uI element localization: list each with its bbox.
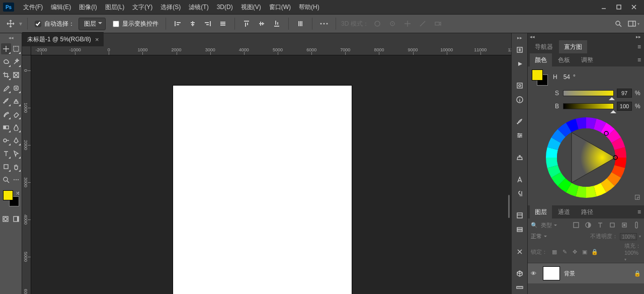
filter-shape-icon[interactable]	[608, 220, 617, 230]
menu-view[interactable]: 视图(V)	[237, 1, 265, 14]
menu-file[interactable]: 文件(F)	[19, 1, 47, 14]
properties-panel-icon[interactable]	[513, 79, 526, 92]
dodge-tool[interactable]	[1, 135, 11, 146]
libraries-panel-icon[interactable]	[513, 209, 526, 222]
screen-mode-icon[interactable]	[11, 213, 21, 225]
auto-select-checkbox[interactable]: 自动选择：	[33, 20, 76, 28]
search-icon[interactable]	[612, 17, 625, 30]
lock-pixels-icon[interactable]: ▩	[550, 249, 558, 255]
horizontal-ruler[interactable]: -2000-1000010002000300040005000600070008…	[31, 46, 511, 55]
hue-value[interactable]: 54	[564, 74, 570, 81]
blend-mode-dropdown[interactable]: 正常	[531, 233, 547, 240]
layer-filter-type-dropdown[interactable]: 类型	[541, 222, 557, 229]
toolbox-collapse-toggle[interactable]: ◂◂	[0, 35, 22, 42]
navigator-panel-menu-icon[interactable]: ≡	[637, 43, 641, 50]
vertical-ruler[interactable]: 0100020003000400050006000	[22, 55, 31, 294]
canvas-viewport[interactable]: -2000-1000010002000300040005000600070008…	[22, 46, 511, 294]
color-panel-swatches[interactable]	[532, 69, 548, 85]
character-panel-icon[interactable]	[513, 173, 526, 186]
hand-tool[interactable]	[11, 161, 21, 172]
distribute-v-icon[interactable]	[294, 17, 307, 30]
filter-type-icon[interactable]	[596, 220, 605, 230]
crop-tool[interactable]	[1, 69, 11, 81]
tool-presets-panel-icon[interactable]	[513, 245, 526, 258]
color-panel-menu-icon[interactable]: ≡	[637, 56, 641, 63]
opacity-value[interactable]: 100%	[620, 233, 637, 240]
panel-strip-expand-icon[interactable]: ▸▸	[517, 35, 522, 42]
align-hcenter-icon[interactable]	[186, 17, 199, 30]
clone-stamp-tool[interactable]	[11, 96, 21, 107]
layer-name[interactable]: 背景	[564, 270, 575, 277]
scrollbar-thumb[interactable]	[508, 195, 510, 218]
align-top-icon[interactable]	[240, 17, 253, 30]
path-selection-tool[interactable]	[11, 148, 21, 159]
paragraph-panel-icon[interactable]	[513, 187, 526, 200]
filter-toggle-icon[interactable]	[632, 220, 641, 230]
menu-filter[interactable]: 滤镜(T)	[185, 1, 212, 14]
align-left-icon[interactable]	[171, 17, 184, 30]
shape-tool[interactable]	[1, 161, 11, 172]
color-tab[interactable]: 颜色	[530, 53, 552, 67]
saturation-value[interactable]: 97	[617, 89, 632, 98]
panel-fg-swatch[interactable]	[532, 69, 543, 81]
menu-edit[interactable]: 编辑(E)	[47, 1, 75, 14]
saturation-slider[interactable]	[563, 90, 614, 96]
panel-dock-expand-icon[interactable]: ◂◂▸▸	[528, 33, 644, 40]
auto-select-target-dropdown[interactable]: 图层	[78, 18, 106, 30]
lock-all-icon[interactable]: 🔒	[591, 249, 599, 255]
ruler-origin[interactable]	[22, 46, 31, 55]
edit-toolbar-icon[interactable]	[11, 174, 21, 185]
layer-thumbnail[interactable]	[543, 266, 560, 280]
move-tool[interactable]	[1, 43, 11, 54]
layer-item-background[interactable]: 👁 背景 🔒	[528, 263, 644, 283]
histogram-tab[interactable]: 直方图	[559, 40, 587, 54]
eraser-tool[interactable]	[11, 109, 21, 120]
align-vcenter-icon[interactable]	[255, 17, 268, 30]
menu-select[interactable]: 选择(S)	[156, 1, 185, 14]
frame-tool[interactable]	[11, 69, 21, 81]
workspace-switcher-icon[interactable]: ▾	[627, 17, 640, 30]
window-minimize-button[interactable]	[597, 2, 611, 12]
measurement-panel-icon[interactable]	[513, 281, 526, 294]
gradient-tool[interactable]	[1, 122, 11, 133]
type-tool[interactable]	[1, 148, 11, 159]
actions-panel-icon[interactable]	[513, 57, 526, 70]
brushes-panel-icon[interactable]	[513, 115, 526, 128]
lock-brush-icon[interactable]: ✎	[560, 249, 569, 255]
lock-position-icon[interactable]: ✥	[571, 249, 579, 255]
blur-tool[interactable]	[11, 122, 21, 133]
layers-tab[interactable]: 图层	[530, 205, 552, 219]
healing-brush-tool[interactable]	[11, 83, 21, 94]
color-panel-popout-icon[interactable]: ◲	[634, 193, 640, 200]
swatches-tab[interactable]: 色板	[553, 53, 575, 67]
brightness-slider[interactable]	[563, 103, 614, 109]
window-close-button[interactable]	[627, 2, 641, 12]
brightness-value[interactable]: 100	[617, 102, 632, 111]
3d-panel-icon[interactable]	[513, 267, 526, 280]
layer-visibility-icon[interactable]: 👁	[531, 270, 539, 276]
align-bottom-icon[interactable]	[270, 17, 283, 30]
menu-window[interactable]: 窗口(W)	[265, 1, 295, 14]
more-options-icon[interactable]	[317, 17, 331, 30]
foreground-color-swatch[interactable]	[3, 190, 13, 200]
quick-mask-icon[interactable]	[1, 213, 11, 225]
adjustments-tab[interactable]: 调整	[576, 53, 598, 67]
menu-image[interactable]: 图像(I)	[75, 1, 101, 14]
clone-source-panel-icon[interactable]	[513, 151, 526, 164]
align-right-icon[interactable]	[201, 17, 214, 30]
paths-tab[interactable]: 路径	[576, 205, 598, 219]
show-transform-checkbox[interactable]: 显示变换控件	[111, 20, 160, 28]
brush-tool[interactable]	[1, 96, 11, 107]
menu-3d[interactable]: 3D(D)	[213, 2, 237, 13]
menu-layer[interactable]: 图层(L)	[101, 1, 129, 14]
navigator-tab[interactable]: 导航器	[530, 40, 558, 54]
filter-pixels-icon[interactable]	[572, 220, 581, 230]
brush-settings-panel-icon[interactable]	[513, 129, 526, 142]
fill-value[interactable]: 100%	[624, 250, 641, 256]
document-tab-close-icon[interactable]: ×	[95, 36, 99, 43]
channels-tab[interactable]: 通道	[553, 205, 575, 219]
move-tool-indicator[interactable]	[4, 17, 17, 30]
history-panel-icon[interactable]	[513, 43, 526, 56]
window-maximize-button[interactable]	[612, 2, 626, 12]
layers-panel-menu-icon[interactable]: ≡	[637, 208, 641, 215]
